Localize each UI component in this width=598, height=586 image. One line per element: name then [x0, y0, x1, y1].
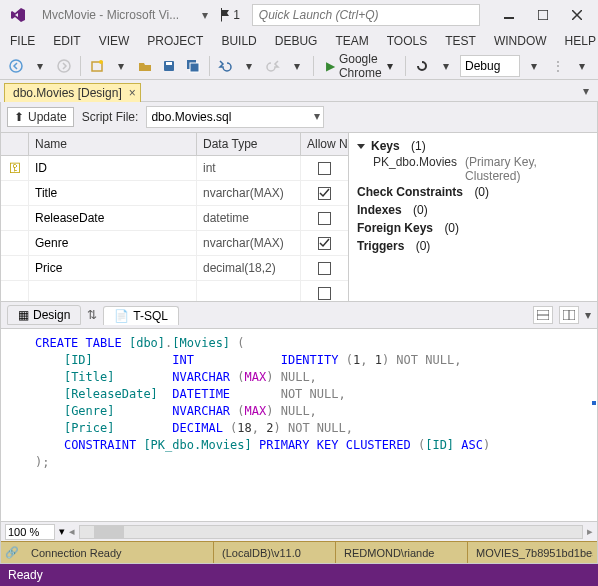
- scriptfile-dropdown-icon[interactable]: ▾: [314, 109, 320, 123]
- maximize-button[interactable]: [526, 2, 560, 28]
- zoom-input[interactable]: [5, 524, 55, 540]
- cell-type[interactable]: [197, 281, 301, 301]
- row-selector[interactable]: ⚿: [1, 156, 29, 180]
- cell-nulls[interactable]: [301, 181, 348, 205]
- expand-icon[interactable]: [357, 144, 365, 149]
- close-tab-icon[interactable]: ×: [129, 86, 136, 100]
- cell-type[interactable]: int: [197, 156, 301, 180]
- row-selector[interactable]: [1, 281, 29, 301]
- cell-nulls[interactable]: [301, 281, 348, 301]
- menu-help[interactable]: HELP: [565, 34, 596, 48]
- cell-name[interactable]: ID: [29, 156, 197, 180]
- cell-nulls[interactable]: [301, 206, 348, 230]
- menu-edit[interactable]: EDIT: [53, 34, 80, 48]
- checkbox-icon[interactable]: [318, 162, 331, 175]
- indexes-group[interactable]: Indexes (0): [357, 201, 589, 219]
- menu-debug[interactable]: DEBUG: [275, 34, 318, 48]
- document-tab[interactable]: dbo.Movies [Design] ×: [4, 83, 141, 102]
- collapse-pane-icon[interactable]: ▾: [585, 308, 591, 322]
- row-selector[interactable]: [1, 256, 29, 280]
- split-horizontal-button[interactable]: [533, 306, 553, 324]
- new-project-button[interactable]: [87, 55, 107, 77]
- cell-name[interactable]: Genre: [29, 231, 197, 255]
- cell-name[interactable]: [29, 281, 197, 301]
- scroll-right-icon[interactable]: ▸: [587, 525, 593, 538]
- menu-team[interactable]: TEAM: [335, 34, 368, 48]
- close-button[interactable]: [560, 2, 594, 28]
- views-dropdown-icon[interactable]: ▾: [197, 8, 213, 22]
- triggers-group[interactable]: Triggers (0): [357, 237, 589, 255]
- menu-tools[interactable]: TOOLS: [387, 34, 427, 48]
- solution-config-select[interactable]: [460, 55, 520, 77]
- menu-file[interactable]: FILE: [10, 34, 35, 48]
- menu-test[interactable]: TEST: [445, 34, 476, 48]
- col-header-name[interactable]: Name: [29, 133, 197, 155]
- cell-nulls[interactable]: [301, 231, 348, 255]
- play-icon: ▶: [326, 59, 335, 73]
- nav-back-button[interactable]: [6, 55, 26, 77]
- save-all-button[interactable]: [183, 55, 203, 77]
- checkbox-icon[interactable]: [318, 187, 331, 200]
- horizontal-scrollbar[interactable]: [79, 525, 583, 539]
- scroll-left-icon[interactable]: ◂: [69, 525, 75, 538]
- scrollbar-thumb[interactable]: [94, 526, 124, 538]
- keys-group[interactable]: Keys (1): [357, 137, 589, 155]
- swap-panes-icon[interactable]: ⇅: [87, 308, 97, 322]
- toolbar-more-icon[interactable]: ⋮: [548, 55, 568, 77]
- update-arrow-icon: ⬆: [14, 110, 24, 124]
- undo-dropdown-icon[interactable]: ▾: [239, 55, 259, 77]
- redo-dropdown-icon[interactable]: ▾: [287, 55, 307, 77]
- checkbox-icon[interactable]: [318, 287, 331, 300]
- cell-type[interactable]: nvarchar(MAX): [197, 181, 301, 205]
- main-toolbar: ▾ ▾ ▾ ▾ ▶ Google Chrome ▾ ▾ ▾ ⋮ ▾: [0, 52, 598, 80]
- cell-nulls[interactable]: [301, 256, 348, 280]
- checkbox-icon[interactable]: [318, 237, 331, 250]
- browser-refresh-icon[interactable]: [412, 55, 432, 77]
- checkbox-icon[interactable]: [318, 212, 331, 225]
- quick-launch[interactable]: [252, 4, 480, 26]
- cell-name[interactable]: Title: [29, 181, 197, 205]
- start-browser-label: Google Chrome: [339, 52, 384, 80]
- foreign-keys-group[interactable]: Foreign Keys (0): [357, 219, 589, 237]
- col-header-type[interactable]: Data Type: [197, 133, 301, 155]
- svg-rect-9: [190, 63, 199, 72]
- sql-editor[interactable]: CREATE TABLE [dbo].[Movies] ( [ID] INT I…: [1, 329, 597, 521]
- notification-flag[interactable]: 1: [219, 8, 240, 22]
- quick-launch-input[interactable]: [252, 4, 480, 26]
- start-debug-button[interactable]: ▶ Google Chrome ▾: [320, 55, 400, 77]
- menu-view[interactable]: VIEW: [99, 34, 130, 48]
- cell-type[interactable]: nvarchar(MAX): [197, 231, 301, 255]
- tab-tsql[interactable]: 📄T-SQL: [103, 306, 179, 325]
- undo-button[interactable]: [215, 55, 235, 77]
- start-dropdown-icon[interactable]: ▾: [387, 59, 393, 73]
- nav-back-dropdown-icon[interactable]: ▾: [30, 55, 50, 77]
- open-button[interactable]: [135, 55, 155, 77]
- menu-window[interactable]: WINDOW: [494, 34, 547, 48]
- row-selector[interactable]: [1, 206, 29, 230]
- minimize-button[interactable]: [492, 2, 526, 28]
- tabs-dropdown-icon[interactable]: ▾: [578, 84, 594, 98]
- checkbox-icon[interactable]: [318, 262, 331, 275]
- primary-key-entry[interactable]: PK_dbo.Movies(Primary Key, Clustered): [373, 155, 589, 183]
- zoom-dropdown-icon[interactable]: ▾: [59, 525, 65, 538]
- tab-design[interactable]: ▦Design: [7, 305, 81, 325]
- scriptfile-input[interactable]: [146, 106, 324, 128]
- row-selector[interactable]: [1, 181, 29, 205]
- toolbar-overflow-icon[interactable]: ▾: [572, 55, 592, 77]
- config-dropdown-icon[interactable]: ▾: [524, 55, 544, 77]
- row-selector[interactable]: [1, 231, 29, 255]
- browser-dropdown-icon[interactable]: ▾: [436, 55, 456, 77]
- cell-type[interactable]: datetime: [197, 206, 301, 230]
- update-button[interactable]: ⬆ Update: [7, 107, 74, 127]
- cell-name[interactable]: Price: [29, 256, 197, 280]
- col-header-nulls[interactable]: Allow Nulls: [301, 133, 349, 155]
- split-vertical-button[interactable]: [559, 306, 579, 324]
- menu-project[interactable]: PROJECT: [147, 34, 203, 48]
- cell-nulls[interactable]: [301, 156, 348, 180]
- check-constraints-group[interactable]: Check Constraints (0): [357, 183, 589, 201]
- save-button[interactable]: [159, 55, 179, 77]
- cell-name[interactable]: ReleaseDate: [29, 206, 197, 230]
- menu-build[interactable]: BUILD: [221, 34, 256, 48]
- new-dropdown-icon[interactable]: ▾: [111, 55, 131, 77]
- cell-type[interactable]: decimal(18,2): [197, 256, 301, 280]
